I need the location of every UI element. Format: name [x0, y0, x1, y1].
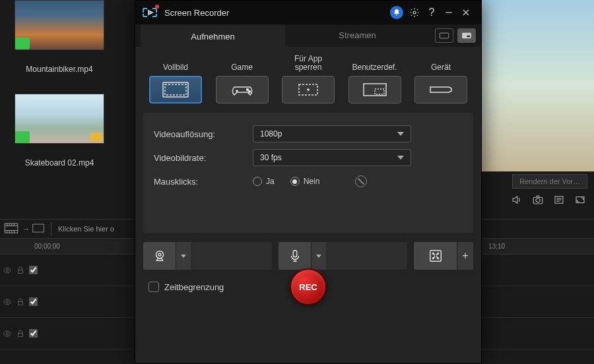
- media-thumb[interactable]: [15, 0, 104, 50]
- volume-icon[interactable]: [511, 194, 523, 208]
- arrow-icon: →: [22, 225, 30, 233]
- resolution-label: Videoauflösung:: [154, 129, 253, 139]
- resolution-value: 1080p: [260, 129, 282, 138]
- svg-rect-13: [440, 33, 448, 38]
- microphone-device: [279, 242, 407, 270]
- svg-rect-9: [18, 301, 23, 305]
- minimize-button[interactable]: [440, 4, 457, 21]
- svg-rect-4: [5, 224, 18, 233]
- layout-pip-button[interactable]: [457, 28, 476, 43]
- mode-fullscreen-button[interactable]: [149, 76, 202, 104]
- timecode: 00;00;00: [34, 243, 60, 250]
- mode-game-button[interactable]: [216, 76, 269, 104]
- clicks-disable-button[interactable]: [355, 175, 367, 187]
- layout-single-button[interactable]: [435, 28, 453, 43]
- track-toggle[interactable]: [29, 266, 38, 274]
- svg-point-28: [437, 253, 438, 254]
- svg-point-23: [156, 251, 163, 258]
- lock-icon[interactable]: [16, 266, 25, 275]
- mode-lockapp-button[interactable]: [282, 76, 335, 104]
- timecode: 13;10: [488, 243, 505, 250]
- eye-icon[interactable]: [3, 329, 12, 338]
- lock-icon[interactable]: [16, 297, 25, 307]
- svg-rect-5: [33, 224, 44, 232]
- track-toggle[interactable]: [29, 329, 38, 338]
- lock-icon[interactable]: [16, 329, 25, 338]
- tab-stream[interactable]: Streamen: [285, 24, 430, 47]
- media-thumb-label: Mountainbiker.mp4: [15, 65, 104, 74]
- svg-rect-25: [293, 251, 297, 257]
- help-button[interactable]: ?: [423, 4, 440, 21]
- preview-pane: [482, 0, 594, 171]
- snapshot-icon[interactable]: [532, 194, 544, 208]
- app-logo-icon: [142, 6, 158, 19]
- svg-point-1: [536, 198, 540, 202]
- media-thumb-label: Skateboard 02.mp4: [15, 158, 104, 167]
- webcam-dropdown[interactable]: [176, 242, 191, 270]
- svg-rect-15: [467, 35, 470, 37]
- svg-point-8: [6, 301, 9, 303]
- svg-point-10: [6, 332, 9, 335]
- mode-lockapp-label: Für App sperren: [280, 52, 337, 72]
- eye-icon[interactable]: [3, 297, 12, 307]
- framerate-value: 30 fps: [260, 153, 282, 162]
- overlay-button[interactable]: [414, 242, 457, 270]
- mode-custom-label: Benutzerdef.: [352, 52, 397, 72]
- resolution-select[interactable]: 1080p: [253, 125, 411, 142]
- media-thumb[interactable]: [15, 94, 104, 144]
- webcam-button[interactable]: [143, 242, 176, 270]
- svg-point-27: [432, 253, 434, 254]
- timelimit-label: Zeitbegrenzung: [164, 282, 224, 292]
- framerate-label: Videobildrate:: [154, 153, 253, 163]
- svg-point-29: [432, 258, 434, 259]
- dialog-title: Screen Recorder: [164, 8, 390, 18]
- timeline-hint: Klicken Sie hier o: [58, 225, 114, 233]
- svg-rect-22: [375, 89, 384, 94]
- webcam-device: [143, 242, 272, 270]
- screen-recorder-dialog: Screen Recorder ? Aufnehmen Streamen Vol…: [135, 0, 482, 364]
- mode-custom-button[interactable]: [348, 76, 401, 104]
- record-button[interactable]: REC: [290, 268, 327, 305]
- film-icon[interactable]: [4, 223, 18, 235]
- svg-point-30: [437, 258, 438, 259]
- svg-point-19: [248, 91, 250, 93]
- render-preview-button[interactable]: Rendern der Vor…: [512, 174, 587, 189]
- svg-rect-7: [18, 270, 23, 273]
- notes-icon[interactable]: [553, 194, 565, 208]
- film-icon[interactable]: [32, 224, 44, 234]
- svg-point-6: [6, 269, 9, 272]
- notification-button[interactable]: [390, 6, 403, 19]
- tab-record[interactable]: Aufnehmen: [141, 24, 285, 47]
- svg-rect-11: [18, 333, 23, 336]
- mode-device-label: Gerät: [431, 52, 451, 72]
- timelimit-checkbox[interactable]: [148, 282, 159, 292]
- mode-fullscreen-label: Vollbild: [163, 52, 188, 72]
- svg-point-12: [413, 11, 416, 14]
- close-button[interactable]: [457, 4, 475, 21]
- svg-point-24: [158, 253, 161, 256]
- track-toggle[interactable]: [29, 297, 38, 306]
- eye-icon[interactable]: [3, 266, 12, 275]
- overlay-device: +: [414, 242, 473, 270]
- chevron-down-icon: [397, 132, 404, 136]
- svg-point-18: [246, 89, 248, 91]
- microphone-button[interactable]: [279, 242, 312, 270]
- mode-device-button[interactable]: [414, 76, 467, 104]
- svg-rect-17: [165, 84, 186, 95]
- chevron-down-icon: [397, 156, 404, 160]
- expand-icon[interactable]: [574, 194, 586, 208]
- mode-game-label: Game: [231, 52, 253, 72]
- clicks-label: Mausklicks:: [154, 177, 253, 187]
- clicks-yes-radio[interactable]: Ja: [253, 177, 275, 186]
- clicks-no-radio[interactable]: Nein: [290, 177, 320, 186]
- svg-rect-26: [430, 251, 441, 262]
- overlay-add-button[interactable]: +: [457, 242, 473, 270]
- settings-panel: Videoauflösung: 1080p Videobildrate: 30 …: [143, 113, 473, 233]
- framerate-select[interactable]: 30 fps: [253, 149, 411, 166]
- microphone-dropdown[interactable]: [312, 242, 326, 270]
- settings-button[interactable]: [406, 4, 423, 21]
- titlebar: Screen Recorder ?: [135, 1, 481, 24]
